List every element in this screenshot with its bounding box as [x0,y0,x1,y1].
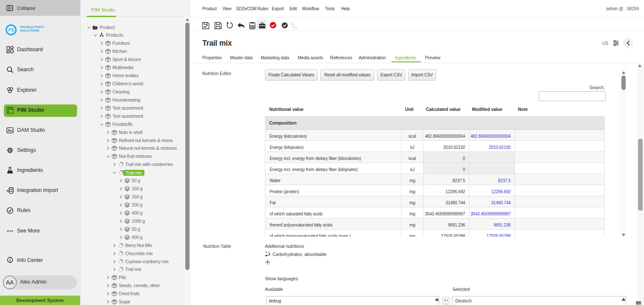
svg-text:PS: PS [8,28,14,32]
